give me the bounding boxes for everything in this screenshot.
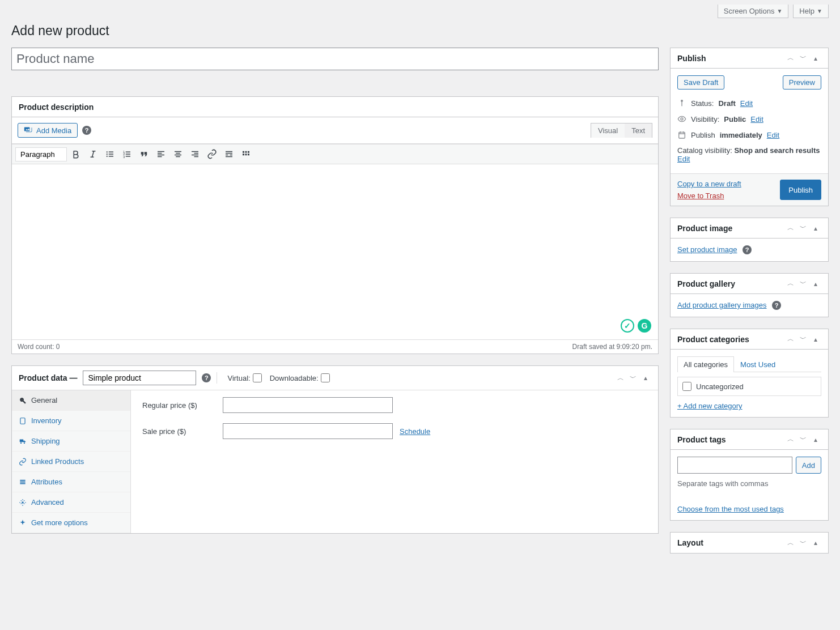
tab-all-categories[interactable]: All categories xyxy=(677,356,734,372)
link-button[interactable] xyxy=(204,146,220,162)
move-up-icon[interactable]: ︿ xyxy=(615,372,626,384)
pd-tab-linked[interactable]: Linked Products xyxy=(12,452,130,472)
regular-price-label: Regular price ($) xyxy=(142,401,216,410)
pd-tab-attributes[interactable]: Attributes xyxy=(12,472,130,492)
toggle-icon[interactable]: ▴ xyxy=(810,334,821,345)
edit-status-link[interactable]: Edit xyxy=(740,99,753,108)
move-down-icon[interactable]: ﹀ xyxy=(797,537,809,548)
toggle-icon[interactable]: ▴ xyxy=(640,372,651,384)
help-button[interactable]: Help ▼ xyxy=(793,5,829,18)
calendar-icon xyxy=(677,130,686,139)
set-product-image-link[interactable]: Set product image xyxy=(677,245,737,254)
description-heading: Product description xyxy=(19,103,94,112)
move-up-icon[interactable]: ︿ xyxy=(785,434,796,445)
pd-tab-shipping[interactable]: Shipping xyxy=(12,431,130,452)
align-center-button[interactable] xyxy=(170,146,186,162)
add-category-link[interactable]: + Add new category xyxy=(677,402,743,410)
move-down-icon[interactable]: ﹀ xyxy=(797,434,809,445)
trash-link[interactable]: Move to Trash xyxy=(677,191,741,200)
product-type-select[interactable]: Simple product xyxy=(83,371,196,385)
gear-icon xyxy=(19,499,27,506)
pd-tab-general[interactable]: General xyxy=(12,390,130,411)
tab-text[interactable]: Text xyxy=(625,124,652,138)
save-draft-button[interactable]: Save Draft xyxy=(677,75,724,90)
screen-options-button[interactable]: Screen Options ▼ xyxy=(718,5,789,18)
add-media-button[interactable]: Add Media xyxy=(18,123,78,138)
toggle-icon[interactable]: ▴ xyxy=(810,434,821,445)
grammarly-icon[interactable]: G xyxy=(638,319,651,333)
move-down-icon[interactable]: ﹀ xyxy=(627,372,639,384)
edit-publish-link[interactable]: Edit xyxy=(767,131,779,139)
publish-button[interactable]: Publish xyxy=(780,180,821,200)
help-icon[interactable]: ? xyxy=(772,301,781,310)
align-left-button[interactable] xyxy=(153,146,169,162)
quote-button[interactable] xyxy=(136,146,152,162)
move-up-icon[interactable]: ︿ xyxy=(785,334,796,345)
move-up-icon[interactable]: ︿ xyxy=(785,53,796,64)
toggle-icon[interactable]: ▴ xyxy=(810,53,821,64)
toggle-icon[interactable]: ▴ xyxy=(810,278,821,290)
eye-icon xyxy=(677,114,686,124)
svg-rect-10 xyxy=(245,154,247,155)
category-uncategorized[interactable]: Uncategorized xyxy=(682,382,816,391)
word-count: Word count: 0 xyxy=(18,343,60,351)
toggle-icon[interactable]: ▴ xyxy=(810,537,821,548)
move-down-icon[interactable]: ﹀ xyxy=(797,334,809,345)
edit-visibility-link[interactable]: Edit xyxy=(750,115,763,124)
move-up-icon[interactable]: ︿ xyxy=(785,537,796,548)
editor-content[interactable]: ✓ G xyxy=(12,164,658,340)
layout-heading: Layout xyxy=(677,538,703,547)
help-icon[interactable]: ? xyxy=(82,126,91,135)
move-down-icon[interactable]: ﹀ xyxy=(797,53,809,64)
add-tag-button[interactable]: Add xyxy=(796,457,821,474)
choose-tags-link[interactable]: Choose from the most used tags xyxy=(677,505,784,513)
sparkle-icon xyxy=(19,519,27,527)
preview-button[interactable]: Preview xyxy=(783,75,821,90)
product-description-box: Product description Add Media ? Visual T… xyxy=(11,96,659,354)
product-name-input[interactable] xyxy=(11,48,659,70)
move-down-icon[interactable]: ﹀ xyxy=(797,223,809,234)
edit-catalog-link[interactable]: Edit xyxy=(677,155,690,163)
pd-tab-more[interactable]: Get more options xyxy=(12,513,130,533)
tag-input[interactable] xyxy=(677,457,792,474)
gallery-heading: Product gallery xyxy=(677,279,735,288)
move-down-icon[interactable]: ﹀ xyxy=(797,278,809,290)
tab-most-used[interactable]: Most Used xyxy=(734,356,782,372)
grammarly-shield-icon[interactable]: ✓ xyxy=(621,319,634,333)
svg-rect-20 xyxy=(681,101,682,106)
layout-box: Layout ︿﹀▴ xyxy=(670,532,829,554)
downloadable-checkbox[interactable]: Downloadable: xyxy=(270,373,330,382)
svg-point-2 xyxy=(107,156,108,157)
tags-heading: Product tags xyxy=(677,435,726,444)
product-categories-box: Product categories ︿﹀▴ All categories Mo… xyxy=(670,329,829,418)
align-right-button[interactable] xyxy=(187,146,203,162)
bullet-list-button[interactable] xyxy=(102,146,118,162)
help-icon[interactable]: ? xyxy=(743,245,752,254)
regular-price-input[interactable] xyxy=(223,397,393,413)
add-gallery-link[interactable]: Add product gallery images xyxy=(677,301,767,309)
pd-tab-inventory[interactable]: Inventory xyxy=(12,411,130,431)
sale-price-input[interactable] xyxy=(223,423,393,439)
move-up-icon[interactable]: ︿ xyxy=(785,278,796,290)
toolbar-toggle-button[interactable] xyxy=(238,146,254,162)
editor-toolbar: Paragraph 123 xyxy=(12,144,658,164)
product-gallery-box: Product gallery ︿﹀▴ Add product gallery … xyxy=(670,273,829,317)
read-more-button[interactable] xyxy=(221,146,237,162)
svg-rect-8 xyxy=(248,151,249,153)
schedule-link[interactable]: Schedule xyxy=(400,427,430,436)
move-up-icon[interactable]: ︿ xyxy=(785,223,796,234)
format-select[interactable]: Paragraph xyxy=(15,147,67,161)
wrench-icon xyxy=(19,397,27,405)
copy-draft-link[interactable]: Copy to a new draft xyxy=(677,180,741,188)
link-icon xyxy=(19,458,27,466)
product-image-heading: Product image xyxy=(677,224,732,233)
help-icon[interactable]: ? xyxy=(202,373,211,382)
toggle-icon[interactable]: ▴ xyxy=(810,223,821,234)
tab-visual[interactable]: Visual xyxy=(591,124,625,138)
svg-rect-16 xyxy=(20,481,25,482)
numbered-list-button[interactable]: 123 xyxy=(119,146,135,162)
virtual-checkbox[interactable]: Virtual: xyxy=(227,373,261,382)
italic-button[interactable] xyxy=(85,146,101,162)
bold-button[interactable] xyxy=(68,146,84,162)
pd-tab-advanced[interactable]: Advanced xyxy=(12,492,130,513)
